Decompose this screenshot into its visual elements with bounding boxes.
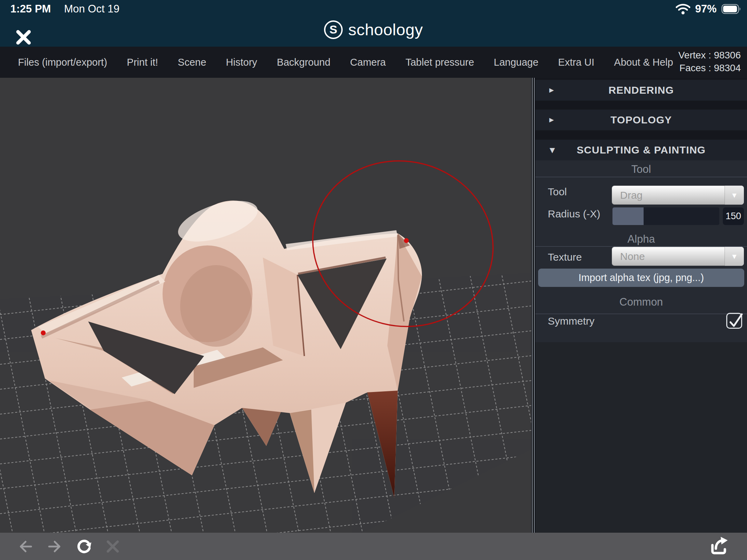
battery-icon xyxy=(721,3,741,15)
chevron-down-icon: ▼ xyxy=(548,145,557,156)
texture-dropdown-value: None xyxy=(620,251,645,262)
share-button[interactable] xyxy=(708,536,729,557)
menu-item-background[interactable]: Background xyxy=(277,57,331,68)
symmetry-marker-right xyxy=(404,238,409,243)
checkmark-icon xyxy=(727,314,743,330)
sidebar-resize-grip[interactable] xyxy=(531,78,535,533)
section-header-topology[interactable]: ► TOPOLOGY xyxy=(535,110,747,130)
divider xyxy=(535,177,747,177)
symmetry-label: Symmetry xyxy=(548,315,594,327)
close-button[interactable] xyxy=(15,28,33,46)
vertex-count: Vertex : 98306 xyxy=(678,49,741,62)
menu-item-language[interactable]: Language xyxy=(494,57,538,68)
menu-item-extra-ui[interactable]: Extra UI xyxy=(558,57,594,68)
symmetry-marker-left xyxy=(41,330,46,335)
common-group-title: Common xyxy=(535,296,747,308)
chevron-right-icon: ► xyxy=(548,115,555,124)
schoology-logo-icon: S xyxy=(324,20,343,39)
radius-slider[interactable] xyxy=(612,207,719,225)
settings-sidebar: ► RENDERING ► TOPOLOGY ▼ SCULPTING & PAI… xyxy=(535,78,747,533)
menu-item-print[interactable]: Print it! xyxy=(127,57,158,68)
dropdown-arrow-icon: ▼ xyxy=(725,186,744,205)
redo-forward-button[interactable] xyxy=(45,537,64,556)
radius-label: Radius (-X) xyxy=(548,208,600,220)
viewport-scene xyxy=(0,78,531,533)
menu-item-history[interactable]: History xyxy=(226,57,257,68)
section-title: TOPOLOGY xyxy=(610,114,672,126)
app-header: 1:25 PM Mon Oct 19 97% S schoology xyxy=(0,0,747,47)
section-title: RENDERING xyxy=(608,84,674,96)
divider xyxy=(535,314,747,314)
bottom-toolbar xyxy=(0,533,747,560)
logo-text: schoology xyxy=(348,20,423,39)
symmetry-checkbox[interactable] xyxy=(726,313,742,329)
menu-item-files[interactable]: Files (import/export) xyxy=(18,57,107,68)
status-date: Mon Oct 19 xyxy=(64,3,119,15)
mesh-stats: Vertex : 98306 Faces : 98304 xyxy=(678,49,741,74)
clear-button[interactable] xyxy=(103,537,122,556)
texture-label: Texture xyxy=(548,251,582,263)
menu-bar: Files (import/export) Print it! Scene Hi… xyxy=(0,47,747,78)
menu-item-tablet-pressure[interactable]: Tablet pressure xyxy=(405,57,474,68)
import-alpha-button[interactable]: Import alpha tex (jpg, png...) xyxy=(538,269,744,287)
texture-dropdown[interactable]: None ▼ xyxy=(612,247,744,266)
tool-dropdown[interactable]: Drag ▼ xyxy=(612,186,744,205)
status-bar-left: 1:25 PM Mon Oct 19 xyxy=(10,3,119,15)
tool-group-title: Tool xyxy=(535,163,747,176)
schoology-logo: S schoology xyxy=(324,20,423,39)
status-bar-right: 97% xyxy=(676,3,741,15)
section-title: SCULPTING & PAINTING xyxy=(577,144,706,156)
tool-label: Tool xyxy=(548,186,567,198)
sculpting-panel-body: Tool Tool Drag ▼ Radius (-X) 150 Alpha T… xyxy=(535,160,747,342)
undo-back-button[interactable] xyxy=(16,537,35,556)
wifi-icon xyxy=(676,3,690,15)
sculpt-mesh xyxy=(31,193,422,498)
section-header-rendering[interactable]: ► RENDERING xyxy=(535,80,747,101)
menu-item-about-help[interactable]: About & Help xyxy=(614,57,673,68)
sculpt-viewport-canvas[interactable] xyxy=(0,78,531,533)
logo-initial: S xyxy=(330,23,338,36)
radius-slider-fill xyxy=(612,207,644,225)
battery-percentage: 97% xyxy=(695,3,717,15)
menu-items: Files (import/export) Print it! Scene Hi… xyxy=(18,47,673,78)
alpha-group-title: Alpha xyxy=(535,233,747,245)
reload-button[interactable] xyxy=(74,537,93,556)
sidebar-empty-area xyxy=(535,342,747,533)
menu-item-camera[interactable]: Camera xyxy=(350,57,386,68)
chevron-right-icon: ► xyxy=(548,86,555,95)
radius-value-input[interactable]: 150 xyxy=(723,207,744,225)
status-time: 1:25 PM xyxy=(10,3,51,15)
faces-count: Faces : 98304 xyxy=(678,62,741,74)
section-header-sculpting-painting[interactable]: ▼ SCULPTING & PAINTING xyxy=(535,140,747,160)
dropdown-arrow-icon: ▼ xyxy=(725,247,744,266)
menu-item-scene[interactable]: Scene xyxy=(178,57,206,68)
tool-dropdown-value: Drag xyxy=(620,189,643,201)
